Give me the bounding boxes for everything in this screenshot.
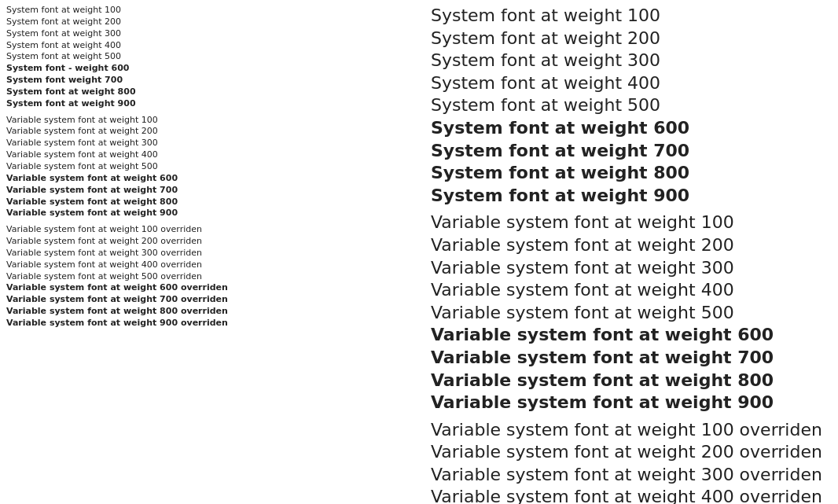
font-sample-left-w200: Variable system font at weight 200 xyxy=(6,126,407,138)
font-sample-right-w700: Variable system font at weight 700 xyxy=(431,347,832,370)
font-sample-right-w200: System font at weight 200 xyxy=(431,28,832,50)
font-sample-right-w900: Variable system font at weight 900 xyxy=(431,392,832,414)
font-sample-right-w900: System font at weight 900 xyxy=(431,185,832,208)
font-sample-left-w100: Variable system font at weight 100 xyxy=(6,115,407,127)
font-sample-left-w400: Variable system font at weight 400 overr… xyxy=(6,259,407,271)
font-sample-right-w400: System font at weight 400 xyxy=(431,72,832,95)
font-sample-right-w600: Variable system font at weight 600 xyxy=(431,324,832,347)
font-sample-right-w800: System font at weight 800 xyxy=(431,162,832,185)
right-column: System font at weight 100System font at … xyxy=(423,5,832,504)
font-sample-left-w300: System font at weight 300 xyxy=(6,28,407,40)
font-sample-left-w900: Variable system font at weight 900 overr… xyxy=(6,318,407,329)
font-sample-right-w300: System font at weight 300 xyxy=(431,50,832,72)
font-sample-left-w500: System font at weight 500 xyxy=(6,51,407,63)
font-sample-left-w600: System font - weight 600 xyxy=(6,63,407,75)
font-sample-left-w100: System font at weight 100 xyxy=(6,5,407,17)
font-sample-right-w100: System font at weight 100 xyxy=(431,5,832,28)
font-sample-left-w600: Variable system font at weight 600 overr… xyxy=(6,282,407,294)
font-sample-left-w900: Variable system font at weight 900 xyxy=(6,208,407,219)
font-sample-left-w800: Variable system font at weight 800 xyxy=(6,197,407,208)
font-sample-right-w600: System font at weight 600 xyxy=(431,117,832,140)
font-sample-left-w100: Variable system font at weight 100 overr… xyxy=(6,224,407,236)
font-sample-right-w400: Variable system font at weight 400 overr… xyxy=(431,486,832,504)
font-sample-left-w200: System font at weight 200 xyxy=(6,17,407,28)
font-sample-left-w400: System font at weight 400 xyxy=(6,40,407,52)
font-sample-left-w700: System font weight 700 xyxy=(6,75,407,86)
font-sample-right-w100: Variable system font at weight 100 xyxy=(431,212,832,234)
font-sample-right-w500: System font at weight 500 xyxy=(431,94,832,117)
font-sample-left-w800: Variable system font at weight 800 overr… xyxy=(6,306,407,318)
font-sample-left-w300: Variable system font at weight 300 xyxy=(6,138,407,149)
font-sample-right-w700: System font at weight 700 xyxy=(431,140,832,163)
font-sample-left-w200: Variable system font at weight 200 overr… xyxy=(6,236,407,248)
left-column: System font at weight 100System font at … xyxy=(6,5,423,504)
font-sample-right-w100: Variable system font at weight 100 overr… xyxy=(431,419,832,442)
font-sample-right-w200: Variable system font at weight 200 overr… xyxy=(431,441,832,464)
font-sample-left-w700: Variable system font at weight 700 overr… xyxy=(6,294,407,306)
font-sample-left-w700: Variable system font at weight 700 xyxy=(6,185,407,197)
font-sample-left-w500: Variable system font at weight 500 xyxy=(6,161,407,173)
font-sample-right-w800: Variable system font at weight 800 xyxy=(431,370,832,392)
font-sample-left-w300: Variable system font at weight 300 overr… xyxy=(6,248,407,259)
font-sample-right-w500: Variable system font at weight 500 xyxy=(431,302,832,325)
font-sample-left-w600: Variable system font at weight 600 xyxy=(6,173,407,185)
font-sample-right-w300: Variable system font at weight 300 xyxy=(431,257,832,280)
font-sample-left-w800: System font at weight 800 xyxy=(6,86,407,98)
font-sample-right-w400: Variable system font at weight 400 xyxy=(431,279,832,302)
font-sample-left-w500: Variable system font at weight 500 overr… xyxy=(6,271,407,283)
font-sample-right-w300: Variable system font at weight 300 overr… xyxy=(431,464,832,487)
font-sample-left-w400: Variable system font at weight 400 xyxy=(6,149,407,161)
font-sample-right-w200: Variable system font at weight 200 xyxy=(431,234,832,257)
font-sample-left-w900: System font at weight 900 xyxy=(6,98,407,110)
